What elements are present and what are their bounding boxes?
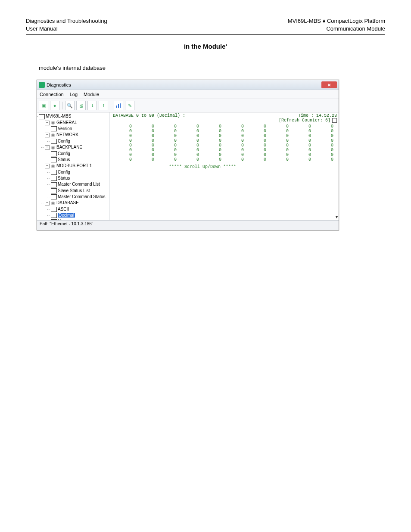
data-cell: 0 [292,148,314,152]
gear-icon [50,133,56,137]
toolbar-btn-upload[interactable]: ⤒ [99,101,108,110]
data-cell: 0 [180,138,202,143]
item-icon [51,194,57,199]
toolbar-btn-edit[interactable]: ✎ [125,101,134,110]
data-cell: 0 [270,148,292,152]
item-icon [51,176,57,181]
toolbar-btn-chart[interactable] [114,101,123,110]
header-left-2: User Manual [26,25,107,33]
statusbar: Path "Ethernet - 10.1.3.186" [37,221,339,230]
tree-item[interactable]: Config [51,169,108,175]
svg-rect-2 [120,103,121,108]
data-cell: 0 [202,143,225,148]
data-cell: 0 [292,129,314,134]
tree-item[interactable]: Status [51,175,108,181]
data-cell: 0 [202,134,225,138]
scroll-corner-icon[interactable]: ▾ [336,215,338,219]
tree-group[interactable]: −MODBUS PORT 1ConfigStatusMaster Command… [45,163,108,200]
data-row: 0000000000 [113,152,337,157]
data-cell: 0 [113,148,135,152]
data-cell: 0 [247,157,270,162]
data-cell: 0 [202,124,225,129]
data-cell: 0 [158,134,180,138]
data-cell: 0 [292,138,314,143]
module-icon [39,114,45,119]
data-cell: 0 [180,129,202,134]
tree-group[interactable]: −BACKPLANEConfigStatus [45,144,108,163]
menu-module[interactable]: Module [84,92,99,97]
toolbar-btn-zoom[interactable]: 🔍 [65,101,75,110]
expander-icon[interactable]: − [45,164,50,168]
tree-root-node[interactable]: MVI69L-MBS−GENERALVersion−NETWORKConfig−… [39,113,108,220]
tree-pane[interactable]: MVI69L-MBS−GENERALVersion−NETWORKConfig−… [37,112,109,220]
section-title: in the Module' [26,43,385,50]
data-row: 0000000000 [113,134,337,138]
data-cell: 0 [135,134,158,138]
data-cell: 0 [270,157,292,162]
tree-item[interactable]: ASCII [51,206,108,212]
scroll-note: ***** Scroll Up/Down ***** [113,165,337,169]
client-area: MVI69L-MBS−GENERALVersion−NETWORKConfig−… [37,112,339,221]
tree-item[interactable]: Status [51,157,108,163]
app-icon [39,82,45,88]
item-icon [51,126,57,131]
tree-item[interactable]: Master Command Status [51,194,108,200]
toolbar-btn-download[interactable]: ⤓ [87,101,97,110]
menubar: Connection Log Module [37,90,339,99]
data-cell: 0 [247,129,270,134]
gear-icon [50,164,56,168]
header-right-2: Communication Module [288,25,385,33]
tree-item[interactable]: Hex [51,218,108,220]
window-title: Diagnostics [47,82,321,87]
tree-item[interactable]: Decimal [51,212,108,218]
data-cell: 0 [270,129,292,134]
expander-icon[interactable]: − [45,145,50,150]
tree-group[interactable]: −GENERALVersion [45,120,108,132]
menu-log[interactable]: Log [70,92,78,97]
statusbar-path: Path "Ethernet - 10.1.3.186" [40,221,93,226]
item-icon [51,219,57,221]
expander-icon[interactable]: − [45,201,50,205]
data-cell: 0 [135,129,158,134]
data-row: 0000000000 [113,157,337,162]
tree-item[interactable]: Config [51,138,108,144]
tree-item[interactable]: Slave Status List [51,188,108,194]
menu-connection[interactable]: Connection [40,92,64,97]
refresh-checkbox[interactable] [332,118,337,123]
data-cell: 0 [202,148,225,152]
data-cell: 0 [135,152,158,157]
data-cell: 0 [225,138,247,143]
expander-icon[interactable]: − [45,133,50,137]
data-cell: 0 [314,129,337,134]
data-cell: 0 [113,124,135,129]
toolbar-btn-print[interactable]: 🖨 [76,101,86,110]
data-cell: 0 [135,143,158,148]
close-button[interactable]: ✕ [321,81,337,88]
header-divider [26,34,385,35]
data-cell: 0 [292,152,314,157]
item-icon [51,182,57,187]
toolbar-btn-1[interactable]: ▣ [39,101,48,110]
toolbar-btn-2[interactable]: ● [50,101,59,110]
titlebar[interactable]: Diagnostics ✕ [37,80,339,90]
data-cell: 0 [202,157,225,162]
data-cell: 0 [270,124,292,129]
gear-icon [50,121,56,125]
data-cell: 0 [113,138,135,143]
expander-icon[interactable]: − [45,121,50,125]
data-cell: 0 [247,152,270,157]
data-cell: 0 [314,152,337,157]
data-cell: 0 [292,143,314,148]
data-cell: 0 [135,138,158,143]
tree-item[interactable]: Version [51,126,108,132]
data-cell: 0 [158,157,180,162]
tree-item[interactable]: Master Command List [51,181,108,187]
data-cell: 0 [135,148,158,152]
tree-group[interactable]: −NETWORKConfig [45,132,108,144]
tree-item[interactable]: Config [51,151,108,157]
data-cell: 0 [292,124,314,129]
data-cell: 0 [247,124,270,129]
content-pane[interactable]: DATABASE 0 to 99 (Decimal) : Time : 14.5… [109,112,339,220]
tree-group[interactable]: −DATABASEASCIIDecimalHexFloat [45,200,108,220]
page-header: Diagnostics and Troubleshooting User Man… [26,17,385,33]
